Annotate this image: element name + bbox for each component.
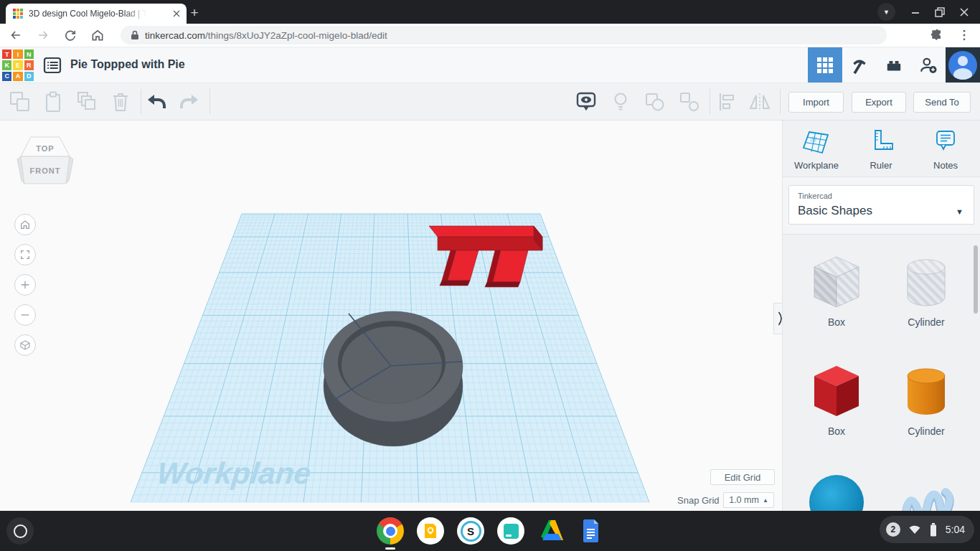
account-avatar[interactable] xyxy=(946,47,980,83)
align-icon[interactable] xyxy=(716,90,739,113)
tinkercad-logo[interactable]: T I N K E R C A D xyxy=(2,50,34,81)
3d-scene[interactable]: Workplane xyxy=(0,121,782,511)
export-button[interactable]: Export xyxy=(852,92,906,113)
shape-label: Box xyxy=(798,425,875,437)
clock: 5:04 xyxy=(946,524,965,535)
home-icon[interactable] xyxy=(90,28,105,42)
toolbar-separator xyxy=(141,89,141,114)
home-view-button[interactable] xyxy=(14,214,36,235)
panel-collapse-handle[interactable] xyxy=(773,303,782,334)
notes-tool[interactable]: Notes xyxy=(913,128,978,171)
workplane-tool[interactable]: Workplane xyxy=(784,128,849,171)
library-kicker: Tinkercad xyxy=(798,192,965,200)
view-cube[interactable]: TOP FRONT xyxy=(16,133,75,191)
teal-square-glyph xyxy=(504,524,519,539)
library-dropdown[interactable]: Tinkercad Basic Shapes ▼ xyxy=(788,185,974,225)
minimize-icon[interactable] xyxy=(908,5,923,19)
lock-icon xyxy=(131,30,139,40)
logo-letter: I xyxy=(13,50,22,59)
tab-title: 3D design Cool Migelo-Blad | Tin xyxy=(29,9,146,19)
teal-app-icon[interactable] xyxy=(497,517,524,545)
reload-icon[interactable] xyxy=(63,28,77,42)
shape-tile-box[interactable]: Box xyxy=(798,360,875,437)
ruler-tool-icon xyxy=(867,128,895,156)
pickaxe-icon xyxy=(850,56,869,75)
url-domain: tinkercad.com xyxy=(145,30,205,41)
fit-view-button[interactable] xyxy=(14,244,36,265)
media-controls-button[interactable]: ▼ xyxy=(877,3,895,21)
extensions-puzzle-icon[interactable] xyxy=(930,28,944,42)
close-window-icon[interactable] xyxy=(957,5,971,19)
send-to-button[interactable]: Send To xyxy=(913,92,971,113)
comment-toggle-icon[interactable] xyxy=(575,90,598,113)
shape-tile-cylinder-hole[interactable]: Cylinder xyxy=(888,251,964,328)
shape-tile-cylinder[interactable]: Cylinder xyxy=(888,360,964,437)
ruler-tool[interactable]: Ruler xyxy=(849,128,913,171)
minecraft-export-button[interactable] xyxy=(842,47,877,83)
chevron-up-icon: ▲ xyxy=(763,497,768,504)
s-app-icon[interactable]: S xyxy=(457,517,484,545)
back-icon[interactable] xyxy=(9,28,23,42)
snap-grid-select[interactable]: 1.0 mm ▲ xyxy=(723,492,774,508)
shape-tile-sphere[interactable] xyxy=(798,470,875,511)
group-icon[interactable] xyxy=(644,90,666,113)
delete-icon[interactable] xyxy=(109,90,132,113)
orange-cylinder-thumb xyxy=(895,360,957,422)
duplicate-icon[interactable] xyxy=(76,90,99,113)
new-tab-button[interactable]: + xyxy=(185,4,204,22)
perspective-cube-icon xyxy=(19,339,31,351)
chromeos-shelf: S 2 5:04 xyxy=(0,511,980,551)
logo-letter: D xyxy=(24,72,34,81)
logo-letter: T xyxy=(2,50,11,59)
blocks-view-button[interactable] xyxy=(808,47,842,83)
zoom-in-button[interactable] xyxy=(14,274,36,296)
shape-tile-scribble[interactable] xyxy=(888,470,964,511)
shape-label: Box xyxy=(798,316,875,328)
drive-icon[interactable] xyxy=(537,517,565,545)
brick-export-button[interactable] xyxy=(877,47,911,83)
url-input[interactable]: tinkercad.com/things/8xUoJY2aZpl-cool-mi… xyxy=(121,26,887,44)
paste-icon[interactable] xyxy=(42,90,65,113)
drive-triangle xyxy=(537,517,565,545)
design-canvas[interactable]: Workplane TOP FRONT xyxy=(0,121,782,511)
docs-icon[interactable] xyxy=(578,517,605,545)
launcher-icon xyxy=(14,524,27,538)
browser-menu-icon[interactable] xyxy=(957,28,971,42)
design-menu-icon[interactable] xyxy=(43,57,62,74)
toolbar-separator xyxy=(209,89,210,114)
battery-icon xyxy=(929,523,938,537)
library-name: Basic Shapes xyxy=(798,204,965,218)
edit-grid-button[interactable]: Edit Grid xyxy=(710,469,775,485)
zoom-out-button[interactable] xyxy=(14,304,36,326)
logo-letter: K xyxy=(2,60,11,70)
ungroup-icon[interactable] xyxy=(678,90,701,113)
sphere-thumb xyxy=(806,470,867,511)
scribble-thumb xyxy=(895,470,957,511)
mirror-icon[interactable] xyxy=(748,90,771,113)
show-all-bulb-icon[interactable] xyxy=(609,90,632,113)
perspective-toggle-button[interactable] xyxy=(14,334,36,356)
workplane-tool-label: Workplane xyxy=(794,160,839,171)
launcher-button[interactable] xyxy=(6,517,34,545)
fit-view-icon xyxy=(19,249,31,260)
status-tray[interactable]: 2 5:04 xyxy=(880,516,974,543)
redo-icon[interactable] xyxy=(178,90,201,113)
browser-tab[interactable]: 3D design Cool Migelo-Blad | Tin xyxy=(6,4,187,24)
tab-close-icon[interactable] xyxy=(171,8,182,19)
shape-tile-box-hole[interactable]: Box xyxy=(798,251,875,328)
design-title[interactable]: Pie Toppped with Pie xyxy=(70,58,185,71)
restore-icon[interactable] xyxy=(933,5,947,19)
chrome-icon[interactable] xyxy=(377,517,404,545)
import-button[interactable]: Import xyxy=(788,92,844,113)
chrome-active-indicator xyxy=(385,547,395,550)
url-path: /things/8xUoJY2aZpl-cool-migelo-blad/edi… xyxy=(205,30,387,41)
keep-icon[interactable] xyxy=(417,517,444,545)
panel-scrollbar[interactable] xyxy=(974,245,978,314)
copy-icon[interactable] xyxy=(9,90,32,113)
forward-icon[interactable] xyxy=(36,28,50,42)
logo-letter: R xyxy=(24,60,34,70)
undo-icon[interactable] xyxy=(145,90,168,113)
logo-letter: A xyxy=(13,72,22,81)
pie-shape[interactable] xyxy=(324,311,463,446)
share-invite-button[interactable] xyxy=(911,47,946,83)
